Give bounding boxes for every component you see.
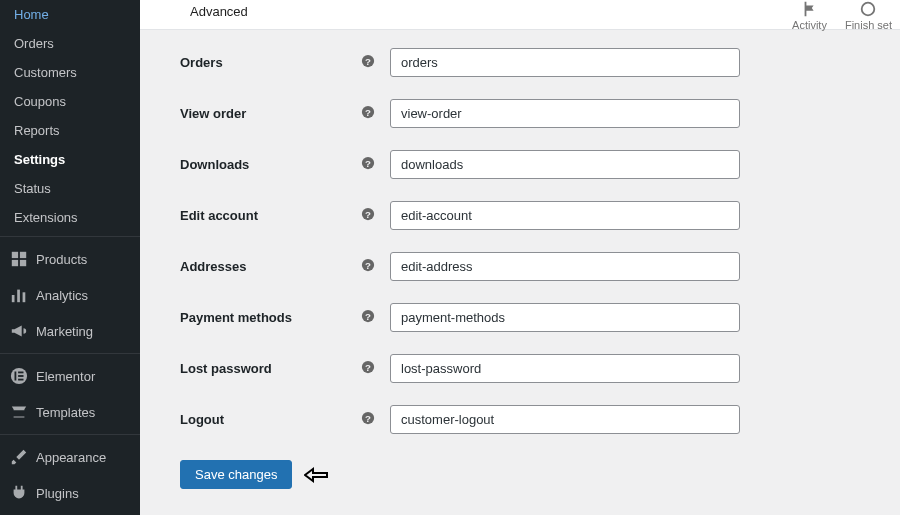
sidebar-label: Appearance bbox=[36, 450, 106, 465]
sidebar-label: Templates bbox=[36, 405, 95, 420]
help-payment-methods[interactable]: ? bbox=[360, 309, 390, 327]
help-icon: ? bbox=[360, 309, 375, 324]
help-lost-password[interactable]: ? bbox=[360, 360, 390, 378]
sidebar-item-settings[interactable]: Settings bbox=[0, 145, 140, 174]
sidebar-item-orders[interactable]: Orders bbox=[0, 29, 140, 58]
help-icon: ? bbox=[360, 156, 375, 171]
arrow-left-icon bbox=[304, 466, 330, 484]
label-downloads: Downloads bbox=[180, 157, 360, 172]
help-view-order[interactable]: ? bbox=[360, 105, 390, 123]
input-addresses[interactable] bbox=[390, 252, 740, 281]
help-icon: ? bbox=[360, 258, 375, 273]
activity-label: Activity bbox=[792, 19, 827, 31]
row-payment-methods: Payment methods ? bbox=[180, 303, 900, 332]
label-view-order: View order bbox=[180, 106, 360, 121]
tab-advanced[interactable]: Advanced bbox=[180, 0, 258, 29]
sidebar-item-marketing[interactable]: Marketing bbox=[0, 313, 140, 349]
sidebar-label: Home bbox=[14, 7, 49, 22]
row-view-order: View order ? bbox=[180, 99, 900, 128]
input-view-order[interactable] bbox=[390, 99, 740, 128]
sidebar-label: Products bbox=[36, 252, 87, 267]
sidebar-label: Marketing bbox=[36, 324, 93, 339]
sidebar-item-customers[interactable]: Customers bbox=[0, 58, 140, 87]
svg-rect-8 bbox=[15, 372, 17, 381]
input-logout[interactable] bbox=[390, 405, 740, 434]
svg-text:?: ? bbox=[365, 260, 371, 271]
analytics-icon bbox=[10, 286, 28, 304]
help-downloads[interactable]: ? bbox=[360, 156, 390, 174]
help-icon: ? bbox=[360, 207, 375, 222]
svg-text:?: ? bbox=[365, 413, 371, 424]
svg-rect-9 bbox=[18, 372, 23, 374]
svg-rect-0 bbox=[12, 252, 18, 258]
row-addresses: Addresses ? bbox=[180, 252, 900, 281]
label-addresses: Addresses bbox=[180, 259, 360, 274]
input-payment-methods[interactable] bbox=[390, 303, 740, 332]
save-row: Save changes bbox=[180, 460, 900, 489]
row-logout: Logout ? bbox=[180, 405, 900, 434]
megaphone-icon bbox=[10, 322, 28, 340]
sidebar-label: Elementor bbox=[36, 369, 95, 384]
svg-text:?: ? bbox=[365, 158, 371, 169]
sidebar-item-home[interactable]: Home bbox=[0, 0, 140, 29]
help-icon: ? bbox=[360, 360, 375, 375]
help-addresses[interactable]: ? bbox=[360, 258, 390, 276]
input-edit-account[interactable] bbox=[390, 201, 740, 230]
sidebar-item-appearance[interactable]: Appearance bbox=[0, 439, 140, 475]
input-downloads[interactable] bbox=[390, 150, 740, 179]
finish-setup-button[interactable]: Finish set bbox=[845, 0, 892, 31]
sidebar-item-templates[interactable]: Templates bbox=[0, 394, 140, 430]
elementor-icon bbox=[10, 367, 28, 385]
circle-icon bbox=[859, 0, 877, 18]
svg-rect-1 bbox=[20, 252, 26, 258]
products-icon bbox=[10, 250, 28, 268]
svg-text:?: ? bbox=[365, 362, 371, 373]
templates-icon bbox=[10, 403, 28, 421]
sidebar-item-coupons[interactable]: Coupons bbox=[0, 87, 140, 116]
sidebar-label: Reports bbox=[14, 123, 60, 138]
sidebar-item-elementor[interactable]: Elementor bbox=[0, 358, 140, 394]
svg-rect-3 bbox=[20, 260, 26, 266]
svg-rect-5 bbox=[17, 290, 20, 303]
form-content: Orders ? View order ? Downloads ? Edit a… bbox=[140, 30, 900, 489]
sidebar-item-extensions[interactable]: Extensions bbox=[0, 203, 140, 232]
help-orders[interactable]: ? bbox=[360, 54, 390, 72]
svg-rect-11 bbox=[18, 379, 23, 381]
help-logout[interactable]: ? bbox=[360, 411, 390, 429]
sidebar-label: Orders bbox=[14, 36, 54, 51]
save-changes-button[interactable]: Save changes bbox=[180, 460, 292, 489]
label-payment-methods: Payment methods bbox=[180, 310, 360, 325]
svg-rect-10 bbox=[18, 375, 23, 377]
help-icon: ? bbox=[360, 54, 375, 69]
sidebar-label: Coupons bbox=[14, 94, 66, 109]
svg-point-13 bbox=[862, 3, 875, 16]
help-edit-account[interactable]: ? bbox=[360, 207, 390, 225]
label-logout: Logout bbox=[180, 412, 360, 427]
svg-text:?: ? bbox=[365, 107, 371, 118]
row-edit-account: Edit account ? bbox=[180, 201, 900, 230]
sidebar-label: Plugins bbox=[36, 486, 79, 501]
svg-text:?: ? bbox=[365, 311, 371, 322]
plug-icon bbox=[10, 484, 28, 502]
sidebar-item-users[interactable]: Users bbox=[0, 511, 140, 515]
input-lost-password[interactable] bbox=[390, 354, 740, 383]
sidebar-label: Status bbox=[14, 181, 51, 196]
input-orders[interactable] bbox=[390, 48, 740, 77]
topbar: Advanced Activity Finish set bbox=[140, 0, 900, 30]
svg-rect-6 bbox=[23, 292, 26, 302]
sidebar-item-reports[interactable]: Reports bbox=[0, 116, 140, 145]
finish-label: Finish set bbox=[845, 19, 892, 31]
activity-button[interactable]: Activity bbox=[792, 0, 827, 31]
sidebar-item-status[interactable]: Status bbox=[0, 174, 140, 203]
admin-sidebar: Home Orders Customers Coupons Reports Se… bbox=[0, 0, 140, 515]
top-actions: Activity Finish set bbox=[792, 0, 900, 31]
brush-icon bbox=[10, 448, 28, 466]
label-lost-password: Lost password bbox=[180, 361, 360, 376]
svg-text:?: ? bbox=[365, 209, 371, 220]
sidebar-item-plugins[interactable]: Plugins bbox=[0, 475, 140, 511]
row-downloads: Downloads ? bbox=[180, 150, 900, 179]
sidebar-label: Extensions bbox=[14, 210, 78, 225]
sidebar-item-analytics[interactable]: Analytics bbox=[0, 277, 140, 313]
svg-rect-2 bbox=[12, 260, 18, 266]
sidebar-item-products[interactable]: Products bbox=[0, 241, 140, 277]
